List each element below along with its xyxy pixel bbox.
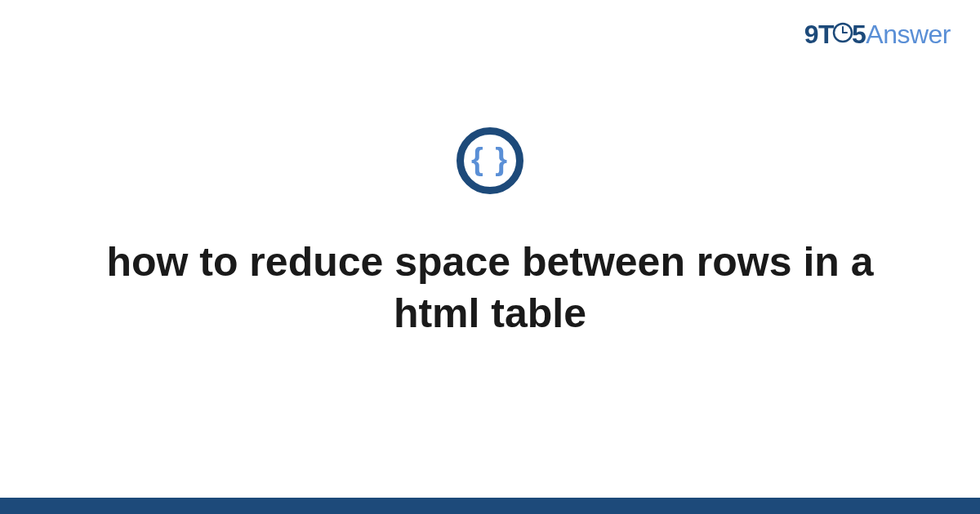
logo-answer: Answer	[866, 20, 951, 49]
site-logo: 9T5Answer	[804, 20, 951, 51]
page-title: how to reduce space between rows in a ht…	[0, 237, 980, 339]
clock-icon	[832, 20, 853, 50]
footer-bar	[0, 498, 980, 514]
braces-glyph: { }	[471, 144, 509, 175]
logo-five: 5	[852, 20, 866, 49]
logo-nine: 9	[804, 20, 818, 49]
icon-ring: { }	[457, 127, 523, 194]
code-braces-icon: { }	[457, 127, 523, 194]
